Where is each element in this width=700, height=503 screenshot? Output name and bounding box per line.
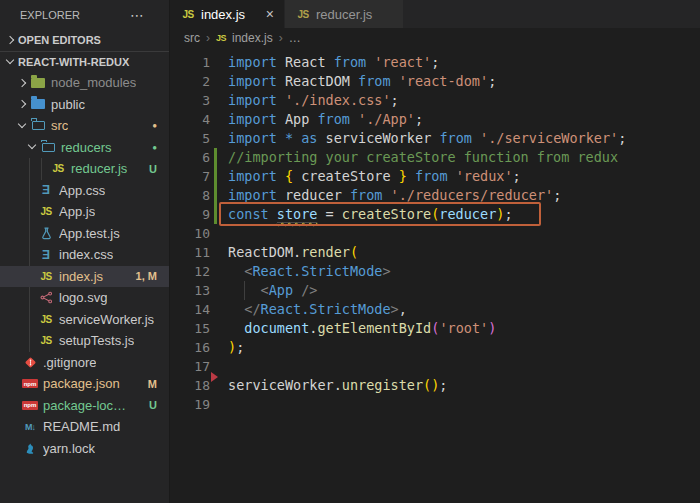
sidebar-item-package-loc[interactable]: npmpackage-loc…U [0, 395, 169, 417]
code-editor[interactable]: 1import React from 'react';2import React… [170, 48, 700, 414]
code-token: = [317, 206, 341, 222]
gutter-spacer [214, 281, 217, 300]
code-line-4[interactable]: 4import App from './App'; [170, 110, 700, 129]
code-text: ReactDOM.render( [228, 243, 358, 262]
sidebar-item-app-css[interactable]: ƎApp.css [0, 180, 169, 202]
code-token: , [399, 301, 407, 317]
code-line-17[interactable]: 17 [170, 357, 700, 376]
code-line-11[interactable]: 11ReactDOM.render( [170, 243, 700, 262]
js-icon: JS [38, 206, 54, 217]
tab-reducer-js[interactable]: JS reducer.js [285, 0, 404, 28]
code-line-16[interactable]: 16); [170, 338, 700, 357]
sidebar-item-app-js[interactable]: JSApp.js [0, 201, 169, 223]
code-token: './serviceWorker' [480, 130, 618, 146]
code-line-3[interactable]: 3import './index.css'; [170, 91, 700, 110]
js-icon: JS [38, 314, 54, 325]
line-number: 13 [170, 281, 210, 300]
code-token: import [228, 130, 277, 146]
code-line-2[interactable]: 2import ReactDOM from 'react-dom'; [170, 72, 700, 91]
tab-index-js[interactable]: JS index.js × [170, 0, 285, 28]
code-token: as [301, 130, 317, 146]
code-token: import [228, 54, 277, 70]
file-label: .gitignore [43, 355, 96, 370]
sidebar-item-index-js[interactable]: JSindex.js1, M [0, 266, 169, 288]
code-token: './App' [358, 111, 415, 127]
css-icon: Ǝ [38, 248, 54, 262]
open-editors-section-header[interactable]: OPEN EDITORS [0, 29, 169, 51]
git-status-badge: 1, M [136, 270, 157, 282]
sidebar-item-index-css[interactable]: Ǝindex.css [0, 244, 169, 266]
code-token: import [228, 92, 277, 108]
file-tree: node_modulespublicsrc●reducers●JSreducer… [0, 72, 169, 459]
code-token: ; [391, 92, 399, 108]
sidebar-item-gitignore[interactable]: .gitignore [0, 352, 169, 374]
code-token: < [261, 282, 269, 298]
code-line-13[interactable]: 13 <App /> [170, 281, 700, 300]
sidebar-item-yarn-lock[interactable]: yarn.lock [0, 438, 169, 460]
code-token: ; [439, 377, 447, 393]
code-text: //importing your createStore function fr… [228, 148, 618, 167]
sidebar-item-app-test-js[interactable]: App.test.js [0, 223, 169, 245]
code-line-10[interactable]: 10 [170, 224, 700, 243]
code-token [448, 168, 456, 184]
sidebar-item-src[interactable]: src● [0, 115, 169, 137]
code-token: './reducers/reducer' [391, 187, 554, 203]
gutter-spacer [214, 243, 217, 262]
chevron-down-icon [16, 120, 28, 132]
file-label: index.css [59, 247, 113, 262]
git-status-badge: ● [152, 143, 157, 152]
npm-icon: npm [22, 401, 38, 410]
sidebar-item-serviceworker-js[interactable]: JSserviceWorker.js [0, 309, 169, 331]
close-tab-icon[interactable]: × [266, 7, 274, 21]
breadcrumb-symbol-ellipsis[interactable]: … [289, 31, 301, 45]
sidebar-item-readme-md[interactable]: M↓README.md [0, 416, 169, 438]
code-line-5[interactable]: 5import * as serviceWorker from './servi… [170, 129, 700, 148]
sidebar-item-package-json[interactable]: npmpackage.jsonM [0, 373, 169, 395]
line-number: 6 [170, 148, 210, 167]
breadcrumb-src[interactable]: src [184, 31, 200, 45]
code-token: ; [415, 111, 423, 127]
code-line-12[interactable]: 12 <React.StrictMode> [170, 262, 700, 281]
code-line-14[interactable]: 14 </React.StrictMode>, [170, 300, 700, 319]
code-token [228, 301, 244, 317]
sidebar-item-reducers[interactable]: reducers● [0, 137, 169, 159]
code-line-15[interactable]: 15 document.getElementById('root') [170, 319, 700, 338]
sidebar-item-reducer-js[interactable]: JSreducer.jsU [0, 158, 169, 180]
line-number: 2 [170, 72, 210, 91]
code-token [407, 168, 415, 184]
code-line-6[interactable]: 6//importing your createStore function f… [170, 148, 700, 167]
tab-label: index.js [201, 7, 245, 22]
code-token: } [399, 168, 407, 184]
git-added-gutter-bar [214, 205, 217, 224]
sidebar-item-public[interactable]: public [0, 94, 169, 116]
code-line-19[interactable]: 19 [170, 395, 700, 414]
project-root-section-header[interactable]: REACT-WITH-REDUX [0, 51, 169, 73]
sidebar-item-setuptests-js[interactable]: JSsetupTests.js [0, 330, 169, 352]
code-line-18[interactable]: 18serviceWorker.unregister(); [170, 376, 700, 395]
breadcrumb-file[interactable]: index.js [232, 31, 273, 45]
code-token: store [277, 206, 318, 223]
code-token: App [269, 282, 293, 298]
code-token: from [439, 130, 472, 146]
code-token [277, 130, 285, 146]
code-token: reducer [439, 206, 496, 222]
line-number: 15 [170, 319, 210, 338]
chevron-down-icon [4, 56, 16, 68]
code-token: serviceWorker [317, 130, 439, 146]
code-line-8[interactable]: 8import reducer from './reducers/reducer… [170, 186, 700, 205]
code-line-7[interactable]: 7import { createStore } from 'redux'; [170, 167, 700, 186]
code-token: { [285, 168, 293, 184]
code-line-9[interactable]: 9const store = createStore(reducer); [170, 205, 700, 224]
file-label: setupTests.js [59, 333, 134, 348]
code-line-1[interactable]: 1import React from 'react'; [170, 53, 700, 72]
line-number: 5 [170, 129, 210, 148]
code-token: ; [618, 130, 626, 146]
line-number: 11 [170, 243, 210, 262]
sidebar-item-node-modules[interactable]: node_modules [0, 72, 169, 94]
code-token: from [317, 111, 350, 127]
gutter-spacer [214, 53, 217, 72]
js-icon: JS [50, 163, 66, 174]
line-number: 7 [170, 167, 210, 186]
sidebar-item-logo-svg[interactable]: logo.svg [0, 287, 169, 309]
more-actions-icon[interactable]: ⋯ [130, 7, 145, 23]
